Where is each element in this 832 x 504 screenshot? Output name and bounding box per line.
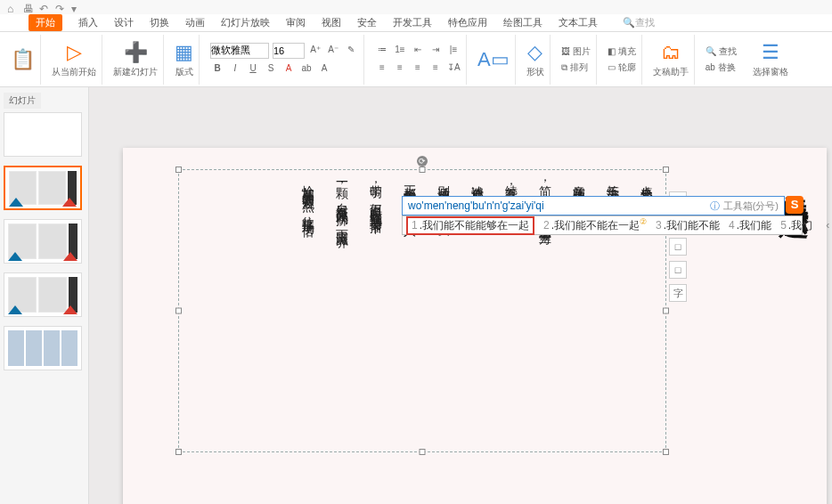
ribbon-select[interactable]: ☰ 选择窗格 <box>747 35 794 85</box>
side-tool-2[interactable]: □ <box>669 238 687 256</box>
ribbon-find[interactable]: 🔍查找 <box>706 45 737 58</box>
font-size-input[interactable] <box>273 43 305 59</box>
arrange-icon: ⧉ <box>561 62 567 73</box>
ime-cand-4[interactable]: 4.我们能 <box>729 218 771 233</box>
font-name-input[interactable] <box>210 43 269 59</box>
ribbon-textbox[interactable]: A▭ <box>472 35 516 85</box>
resize-handle-bl[interactable] <box>175 449 182 455</box>
tab-view[interactable]: 视图 <box>322 16 341 29</box>
thumb-4[interactable] <box>4 272 82 317</box>
italic-icon[interactable]: I <box>228 62 242 77</box>
resize-handle-rm[interactable] <box>663 308 669 314</box>
side-tool-4[interactable]: 字 <box>669 284 687 302</box>
thumb-3[interactable] <box>4 219 82 264</box>
ime-candidate-bar: 1.我们能不能能够在一起 2.我们能不能在一起② 3.我们能不能 4.我们能 5… <box>402 215 803 235</box>
paste-icon[interactable]: 📋 <box>11 48 35 71</box>
tab-start[interactable]: 开始 <box>29 14 62 31</box>
more-icon[interactable]: ▾ <box>71 3 80 12</box>
text-col-8: 带明，但更多时候我们只需要播下 <box>366 175 386 446</box>
resize-handle-lm[interactable] <box>175 308 182 314</box>
find-icon: 🔍 <box>706 46 716 56</box>
bold-icon[interactable]: B <box>210 62 224 77</box>
ribbon-fill[interactable]: ◧填充 <box>608 45 636 58</box>
tab-animation[interactable]: 动画 <box>185 16 205 29</box>
redo-icon[interactable]: ↷ <box>55 3 64 12</box>
home-icon[interactable]: ⌂ <box>7 3 16 12</box>
align-right-icon[interactable]: ≡ <box>411 61 425 76</box>
textdir-icon[interactable]: ↧A <box>446 61 461 76</box>
resize-handle-tm[interactable] <box>420 167 426 173</box>
ribbon: 📋 ▷ 从当前开始 ➕ 新建幻灯片 ▦ 版式 A⁺ A⁻ ✎ B I U S A… <box>0 32 832 87</box>
ime-cand-3[interactable]: 3.我们能不能 <box>656 218 720 233</box>
ime-logo-icon[interactable]: S <box>786 196 803 214</box>
bullets-icon[interactable]: ≔ <box>375 44 389 58</box>
fontcolor-icon[interactable]: A <box>281 62 296 77</box>
ribbon-newslide[interactable]: ➕ 新建幻灯片 <box>108 35 164 85</box>
thumb-5[interactable] <box>4 326 82 370</box>
increase-font-icon[interactable]: A⁺ <box>308 44 322 58</box>
underline-icon[interactable]: U <box>246 62 260 77</box>
ribbon-arrange[interactable]: ⧉排列 <box>561 61 591 74</box>
tab-devtools[interactable]: 开发工具 <box>393 16 432 29</box>
shapes-label: 形状 <box>526 66 544 78</box>
search-icon[interactable]: 🔍查找 <box>623 16 655 29</box>
thumb-tab[interactable]: 幻灯片 <box>4 93 41 109</box>
tab-drawingtools[interactable]: 绘图工具 <box>503 16 542 29</box>
indent-inc-icon[interactable]: ⇥ <box>428 44 443 58</box>
ribbon-image[interactable]: 🖼图片 <box>561 45 591 58</box>
thumb-2[interactable] <box>4 166 82 210</box>
numbering-icon[interactable]: 1≡ <box>393 44 407 58</box>
linespace-icon[interactable]: |≡ <box>446 44 461 58</box>
side-tool-3[interactable]: □ <box>669 261 687 279</box>
align-justify-icon[interactable]: ≡ <box>428 61 443 76</box>
clear-format-icon[interactable]: ✎ <box>344 44 358 58</box>
tab-review[interactable]: 审阅 <box>286 16 306 29</box>
tab-security[interactable]: 安全 <box>357 16 377 29</box>
tab-insert[interactable]: 插入 <box>78 16 98 29</box>
indent-dec-icon[interactable]: ⇤ <box>411 44 425 58</box>
highlight-icon[interactable]: ab <box>299 62 314 77</box>
assistant-label: 文稿助手 <box>653 66 689 78</box>
tab-slideshow[interactable]: 幻灯片放映 <box>221 16 270 29</box>
ime-toolbox-hint[interactable]: ⓘ工具箱(分号) <box>710 199 779 213</box>
align-center-icon[interactable]: ≡ <box>393 61 407 76</box>
strike-icon[interactable]: S <box>264 62 278 77</box>
ime-cand-5[interactable]: 5.我们 <box>780 218 812 233</box>
tab-design[interactable]: 设计 <box>114 16 134 29</box>
ribbon-paragraph: ≔ 1≡ ⇤ ⇥ |≡ ≡ ≡ ≡ ≡ ↧A <box>370 35 467 85</box>
print-icon[interactable]: 🖶 <box>23 3 32 12</box>
ribbon-fill-group: ◧填充 ▭轮廓 <box>602 35 642 85</box>
play-label: 从当前开始 <box>52 66 96 78</box>
decrease-font-icon[interactable]: A⁻ <box>326 44 340 58</box>
rotate-handle-icon[interactable]: ⟳ <box>417 156 428 167</box>
layout-label: 版式 <box>175 66 193 78</box>
ime-cand-1[interactable]: 1.我们能不能能够在一起 <box>406 216 534 235</box>
shadow-icon[interactable]: A <box>317 62 331 77</box>
ime-cand-2[interactable]: 2.我们能不能在一起② <box>543 217 647 233</box>
align-left-icon[interactable]: ≡ <box>375 61 389 76</box>
fill-icon: ◧ <box>608 46 616 56</box>
undo-icon[interactable]: ↶ <box>39 3 48 12</box>
outline-icon: ▭ <box>608 62 616 72</box>
thumb-1[interactable] <box>4 112 82 157</box>
ime-prev-icon[interactable]: ‹ <box>821 219 832 232</box>
image-icon: 🖼 <box>561 46 570 56</box>
resize-handle-tr[interactable] <box>663 167 669 173</box>
ribbon-layout[interactable]: ▦ 版式 <box>169 35 200 85</box>
ribbon-replace[interactable]: ab替换 <box>706 61 737 74</box>
resize-handle-tl[interactable] <box>175 167 182 173</box>
ribbon-shapes[interactable]: ◇ 形状 <box>521 35 551 85</box>
ribbon-play[interactable]: ▷ 从当前开始 <box>46 35 102 85</box>
ribbon-assistant[interactable]: 🗂 文稿助手 <box>648 35 695 85</box>
tab-special[interactable]: 特色应用 <box>448 16 487 29</box>
slide-canvas[interactable]: ⟳ 点处添加正文，文字是您思想的提 炼于演示发布的良好效果，请言简 意阐述您的观… <box>89 87 832 504</box>
replace-icon: ab <box>706 62 715 72</box>
play-icon: ▷ <box>67 41 82 64</box>
ribbon-font: A⁺ A⁻ ✎ B I U S A ab A <box>205 35 364 85</box>
resize-handle-bm[interactable] <box>420 449 426 455</box>
ribbon-outline[interactable]: ▭轮廓 <box>608 61 636 74</box>
tab-texttools[interactable]: 文本工具 <box>559 16 598 29</box>
new-slide-icon: ➕ <box>124 41 148 64</box>
resize-handle-br[interactable] <box>663 449 669 455</box>
tab-transition[interactable]: 切换 <box>150 16 169 29</box>
